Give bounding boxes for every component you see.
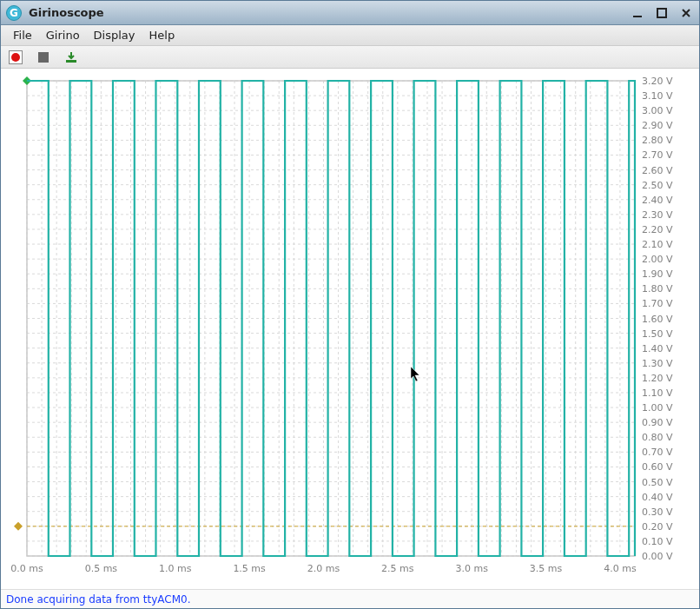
export-icon: [64, 50, 78, 64]
svg-text:1.30 V: 1.30 V: [642, 358, 673, 369]
oscilloscope-chart[interactable]: 0.00 V0.10 V0.20 V0.30 V0.40 V0.50 V0.60…: [1, 69, 699, 589]
menu-girino[interactable]: Girino: [39, 27, 87, 43]
svg-text:2.20 V: 2.20 V: [642, 224, 673, 235]
close-button[interactable]: [678, 6, 694, 20]
svg-text:1.50 V: 1.50 V: [642, 328, 673, 340]
svg-text:0.90 V: 0.90 V: [642, 417, 673, 428]
svg-text:0.00 V: 0.00 V: [642, 551, 673, 562]
svg-text:0.20 V: 0.20 V: [642, 521, 673, 533]
export-button[interactable]: [62, 49, 81, 66]
svg-text:1.90 V: 1.90 V: [642, 268, 673, 280]
svg-text:2.5 ms: 2.5 ms: [381, 563, 414, 574]
record-button[interactable]: [6, 49, 25, 66]
titlebar[interactable]: G Girinoscope: [1, 1, 699, 25]
svg-text:0.80 V: 0.80 V: [642, 432, 673, 443]
menubar: File Girino Display Help: [1, 25, 699, 46]
svg-text:2.50 V: 2.50 V: [642, 180, 673, 191]
chart-svg: 0.00 V0.10 V0.20 V0.30 V0.40 V0.50 V0.60…: [1, 69, 699, 589]
svg-text:2.30 V: 2.30 V: [642, 209, 673, 221]
svg-text:2.40 V: 2.40 V: [642, 195, 673, 206]
svg-text:3.0 ms: 3.0 ms: [455, 563, 488, 574]
svg-rect-4: [38, 52, 49, 63]
svg-text:3.10 V: 3.10 V: [642, 90, 673, 102]
window-title: Girinoscope: [29, 6, 630, 19]
svg-text:1.00 V: 1.00 V: [642, 402, 673, 414]
svg-text:0.70 V: 0.70 V: [642, 447, 673, 458]
window-controls: [630, 6, 694, 20]
svg-text:3.5 ms: 3.5 ms: [530, 563, 563, 574]
svg-text:1.20 V: 1.20 V: [642, 373, 673, 384]
svg-text:1.60 V: 1.60 V: [642, 314, 673, 325]
svg-text:2.00 V: 2.00 V: [642, 254, 673, 265]
svg-text:2.70 V: 2.70 V: [642, 149, 673, 161]
svg-text:1.0 ms: 1.0 ms: [159, 563, 192, 574]
svg-text:1.70 V: 1.70 V: [642, 298, 673, 309]
svg-text:2.0 ms: 2.0 ms: [307, 563, 340, 574]
svg-text:1.10 V: 1.10 V: [642, 387, 673, 399]
menu-display[interactable]: Display: [87, 27, 142, 43]
minimize-button[interactable]: [630, 6, 645, 20]
svg-text:2.80 V: 2.80 V: [642, 135, 673, 146]
status-text: Done acquiring data from ttyACM0.: [6, 593, 190, 606]
stop-button[interactable]: [34, 49, 53, 66]
svg-text:0.10 V: 0.10 V: [642, 536, 673, 547]
menu-file[interactable]: File: [6, 27, 39, 43]
maximize-button[interactable]: [654, 6, 670, 20]
menu-help[interactable]: Help: [142, 27, 182, 43]
svg-text:0.60 V: 0.60 V: [642, 461, 673, 473]
svg-rect-0: [633, 16, 642, 17]
svg-text:1.80 V: 1.80 V: [642, 283, 673, 295]
app-icon: G: [6, 5, 22, 21]
svg-text:4.0 ms: 4.0 ms: [604, 563, 637, 574]
svg-text:0.50 V: 0.50 V: [642, 477, 673, 488]
svg-text:3.20 V: 3.20 V: [642, 76, 673, 87]
svg-text:2.60 V: 2.60 V: [642, 165, 673, 176]
record-icon: [9, 50, 23, 64]
svg-text:0.40 V: 0.40 V: [642, 492, 673, 503]
toolbar: [1, 46, 699, 69]
svg-text:2.10 V: 2.10 V: [642, 239, 673, 250]
svg-text:2.90 V: 2.90 V: [642, 120, 673, 131]
svg-rect-1: [657, 9, 666, 17]
svg-point-3: [11, 53, 20, 62]
svg-text:1.5 ms: 1.5 ms: [233, 563, 266, 574]
svg-text:0.0 ms: 0.0 ms: [10, 563, 43, 574]
svg-rect-5: [66, 60, 76, 63]
statusbar: Done acquiring data from ttyACM0.: [1, 589, 699, 608]
stop-icon: [36, 50, 50, 64]
svg-text:3.00 V: 3.00 V: [642, 105, 673, 116]
svg-text:1.40 V: 1.40 V: [642, 343, 673, 354]
svg-text:0.30 V: 0.30 V: [642, 506, 673, 518]
app-window: G Girinoscope File Girino Display Help: [0, 0, 700, 609]
svg-text:0.5 ms: 0.5 ms: [85, 563, 118, 574]
